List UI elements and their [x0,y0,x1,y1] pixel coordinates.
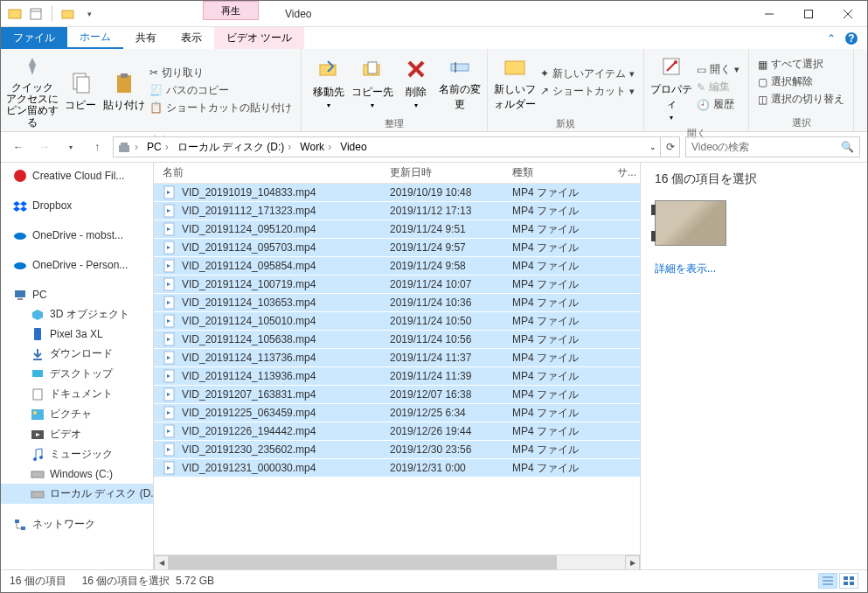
file-row[interactable]: VID_20191207_163831.mp42019/12/07 16:38M… [154,386,640,404]
moveto-icon [315,55,343,83]
collapse-ribbon-icon[interactable]: ⌃ [827,32,836,45]
breadcrumb-pc[interactable]: PC› [143,137,174,157]
breadcrumb-video[interactable]: Video [337,137,370,157]
open-button[interactable]: ▭開く ▾ [697,62,740,77]
paste-button[interactable]: 貼り付け [102,68,146,113]
pin-quickaccess-button[interactable]: クイック アクセスにピン留めする [6,52,59,129]
file-name: VID_20191124_113936.mp4 [182,370,316,382]
tab-share[interactable]: 共有 [123,27,169,49]
file-row[interactable]: VID_20191124_113936.mp42019/11/24 11:39M… [154,367,640,386]
tab-file[interactable]: ファイル [1,27,67,49]
nav-pc[interactable]: PC [1,285,153,304]
file-row[interactable]: VID_20191124_095120.mp42019/11/24 9:51MP… [154,220,640,239]
view-details-button[interactable] [818,573,837,589]
copyto-button[interactable]: コピー先▾ [351,55,394,109]
breadcrumb-history-dropdown[interactable]: ⌄ [646,137,660,157]
breadcrumb-work[interactable]: Work› [296,137,337,157]
properties-button[interactable]: プロパティ▾ [649,52,693,122]
nav-onedrive-1[interactable]: OneDrive - mobst... [1,226,153,245]
col-name[interactable]: 名前 [154,165,381,180]
nav-pictures[interactable]: ピクチャ [1,404,153,424]
file-row[interactable]: VID_20191225_063459.mp42019/12/25 6:34MP… [154,404,640,422]
nav-3dobjects[interactable]: 3D オブジェクト [1,304,153,324]
recent-dropdown[interactable]: ▾ [60,136,81,157]
nav-music[interactable]: ミュージック [1,444,153,464]
nav-pixel[interactable]: Pixel 3a XL [1,324,153,344]
search-input[interactable] [691,141,841,153]
refresh-button[interactable]: ⟳ [660,137,679,157]
file-row[interactable]: VID_20191124_105010.mp42019/11/24 10:50M… [154,312,640,331]
breadcrumb[interactable]: › PC› ローカル ディスク (D:)› Work› Video ⌄ ⟳ [113,136,680,157]
file-row[interactable]: VID_20191124_100719.mp42019/11/24 10:07M… [154,276,640,294]
file-list[interactable]: 名前 更新日時 種類 サ... VID_20191019_104833.mp42… [154,163,640,569]
nav-desktop[interactable]: デスクトップ [1,364,153,384]
newitem-button[interactable]: ✦新しいアイテム ▾ [540,66,635,81]
cc-icon [13,169,27,183]
qat-dropdown-icon[interactable]: ▾ [80,5,98,23]
nav-network[interactable]: ネットワーク [1,514,153,534]
scroll-thumb[interactable] [169,555,557,570]
file-row[interactable]: VID_20191124_095703.mp42019/11/24 9:57MP… [154,239,640,257]
forward-button: → [34,136,55,157]
nav-documents[interactable]: ドキュメント [1,384,153,404]
nav-creative-cloud[interactable]: Creative Cloud Fil... [1,166,153,185]
column-headers[interactable]: 名前 更新日時 種類 サ... [154,163,640,184]
maximize-button[interactable] [788,1,828,26]
file-row[interactable]: VID_20191124_095854.mp42019/11/24 9:58MP… [154,257,640,276]
qat-newfolder-icon[interactable] [59,5,77,23]
file-row[interactable]: VID_20191124_103653.mp42019/11/24 10:36M… [154,294,640,312]
nav-cdrive[interactable]: Windows (C:) [1,464,153,484]
view-icons-button[interactable] [839,573,858,589]
invertselect-button[interactable]: ◫選択の切り替え [758,92,844,107]
history-button[interactable]: 🕘履歴 [697,97,740,112]
file-row[interactable]: VID_20191124_113736.mp42019/11/24 11:37M… [154,349,640,367]
rename-button[interactable]: 名前の変更 [438,52,482,112]
file-row[interactable]: VID_20191124_105638.mp42019/11/24 10:56M… [154,331,640,349]
file-row[interactable]: VID_20191019_104833.mp42019/10/19 10:48M… [154,184,640,202]
minimize-button[interactable] [749,1,788,26]
col-date[interactable]: 更新日時 [381,165,503,180]
file-row[interactable]: VID_20191231_000030.mp42019/12/31 0:00MP… [154,459,640,478]
preview-details-link[interactable]: 詳細を表示... [655,262,853,276]
shortcut-button[interactable]: ↗ショートカット ▾ [540,84,635,99]
copy-button[interactable]: コピー [59,68,102,113]
video-file-icon [163,387,177,401]
file-date: 2019/11/24 9:57 [381,241,503,254]
tab-view[interactable]: 表示 [169,27,214,49]
scroll-right-button[interactable]: ▶ [625,555,640,570]
tab-video-tools[interactable]: ビデオ ツール [214,27,304,49]
nav-dropbox[interactable]: Dropbox [1,196,153,215]
file-row[interactable]: VID_20191226_194442.mp42019/12/26 19:44M… [154,422,640,441]
delete-button[interactable]: 削除▾ [394,55,438,109]
up-button[interactable]: ↑ [87,136,108,157]
breadcrumb-root-icon[interactable]: › [114,137,143,157]
close-button[interactable] [828,1,867,26]
selectall-button[interactable]: ▦すべて選択 [758,57,844,72]
drive-icon [31,487,45,501]
file-date: 2019/12/07 16:38 [381,388,503,401]
col-size[interactable]: サ... [608,165,640,180]
scroll-left-button[interactable]: ◀ [154,555,169,570]
qat-properties-icon[interactable] [27,5,45,23]
copy-path-button[interactable]: 🧾パスのコピー [149,83,292,98]
nav-ddrive[interactable]: ローカル ディスク (D... [1,484,153,504]
nav-videos[interactable]: ビデオ [1,424,153,444]
col-type[interactable]: 種類 [503,165,608,180]
horizontal-scrollbar[interactable]: ◀ ▶ [154,555,640,569]
nav-onedrive-2[interactable]: OneDrive - Person... [1,255,153,275]
moveto-button[interactable]: 移動先▾ [307,55,351,109]
newfolder-button[interactable]: 新しいフォルダー [493,52,537,112]
paste-shortcut-button[interactable]: 📋ショートカットの貼り付け [149,101,292,115]
search-box[interactable]: 🔍 [685,136,860,157]
file-row[interactable]: VID_20191230_235602.mp42019/12/30 23:56M… [154,441,640,459]
back-button[interactable]: ← [8,136,29,157]
search-icon[interactable]: 🔍 [841,141,854,153]
navigation-pane[interactable]: Creative Cloud Fil... Dropbox OneDrive -… [1,163,154,569]
cut-button[interactable]: ✂切り取り [149,66,292,80]
file-row[interactable]: VID_20191112_171323.mp42019/11/12 17:13M… [154,202,640,220]
help-icon[interactable]: ? [844,31,858,45]
nav-downloads[interactable]: ダウンロード [1,344,153,364]
selectnone-button[interactable]: ▢選択解除 [758,74,844,89]
tab-home[interactable]: ホーム [67,27,123,49]
breadcrumb-drive[interactable]: ローカル ディスク (D:)› [174,137,297,157]
